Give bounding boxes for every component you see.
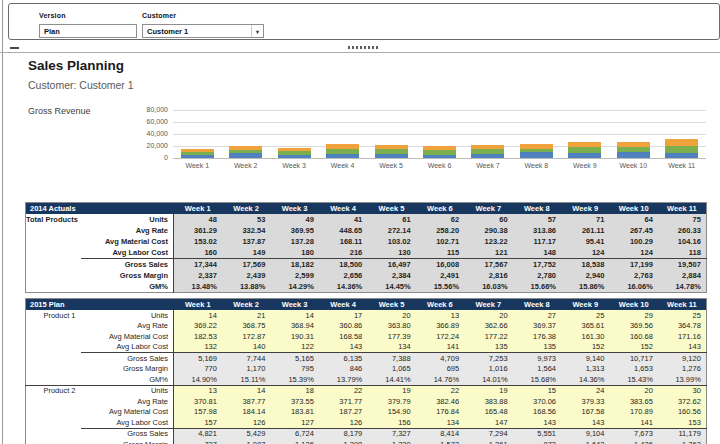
- value-cell[interactable]: 387.77: [222, 396, 270, 407]
- value-cell[interactable]: 147: [464, 417, 512, 428]
- value-cell[interactable]: 20: [464, 310, 512, 321]
- value-cell[interactable]: 141: [416, 342, 464, 353]
- value-cell[interactable]: 190.31: [270, 331, 318, 342]
- value-cell[interactable]: 172.87: [222, 331, 270, 342]
- value-cell[interactable]: 369.37: [513, 321, 561, 332]
- value-cell[interactable]: 176.38: [513, 331, 561, 342]
- value-cell[interactable]: 365.61: [561, 321, 609, 332]
- value-cell[interactable]: 371.77: [319, 396, 367, 407]
- value-cell[interactable]: 132: [174, 342, 222, 353]
- value-cell[interactable]: 382.46: [416, 396, 464, 407]
- value-cell[interactable]: 161.30: [561, 331, 609, 342]
- value-cell[interactable]: 126: [319, 417, 367, 428]
- value-cell[interactable]: 24: [561, 385, 609, 396]
- value-cell[interactable]: 143: [513, 417, 561, 428]
- metric-label: Avg Material Cost: [81, 236, 174, 247]
- value-cell[interactable]: 177.22: [464, 331, 512, 342]
- value-cell[interactable]: 135: [513, 342, 561, 353]
- value-cell[interactable]: 360.86: [319, 321, 367, 332]
- value-cell[interactable]: 157: [174, 417, 222, 428]
- value-cell[interactable]: 25: [561, 310, 609, 321]
- value-cell[interactable]: 19: [367, 385, 415, 396]
- value-cell[interactable]: 20: [609, 385, 657, 396]
- value-cell[interactable]: 152: [609, 342, 657, 353]
- value-cell[interactable]: 370.81: [174, 396, 222, 407]
- pane-splitter-handle[interactable]: [348, 46, 378, 49]
- value-cell[interactable]: 183.81: [270, 407, 318, 418]
- value-cell[interactable]: 14: [174, 310, 222, 321]
- value-cell[interactable]: 27: [513, 310, 561, 321]
- value-cell[interactable]: 154.90: [367, 407, 415, 418]
- value-cell[interactable]: 143: [319, 342, 367, 353]
- value-cell[interactable]: 30: [658, 385, 706, 396]
- splitter-collapse-dash[interactable]: [10, 47, 19, 49]
- value-cell: 121: [464, 247, 512, 259]
- value-cell[interactable]: 370.06: [513, 396, 561, 407]
- value-cell[interactable]: 383.88: [464, 396, 512, 407]
- pane-splitter-line: [0, 52, 720, 53]
- value-cell[interactable]: 140: [222, 342, 270, 353]
- version-input[interactable]: Plan: [39, 24, 137, 38]
- value-cell[interactable]: 364.78: [658, 321, 706, 332]
- value-cell[interactable]: 22: [319, 385, 367, 396]
- value-cell[interactable]: 187.27: [319, 407, 367, 418]
- bar-segment-product-2: [665, 146, 698, 153]
- value-cell[interactable]: 369.56: [609, 321, 657, 332]
- value-cell[interactable]: 383.65: [609, 396, 657, 407]
- value-cell[interactable]: 363.80: [367, 321, 415, 332]
- value-cell[interactable]: 14: [222, 385, 270, 396]
- value-cell[interactable]: 171.16: [658, 331, 706, 342]
- value-cell[interactable]: 368.94: [270, 321, 318, 332]
- value-cell: 137.87: [222, 236, 270, 247]
- value-cell[interactable]: 170.89: [609, 407, 657, 418]
- value-cell[interactable]: 177.39: [367, 331, 415, 342]
- value-cell[interactable]: 19: [464, 385, 512, 396]
- value-cell[interactable]: 184.14: [222, 407, 270, 418]
- value-cell[interactable]: 156: [367, 417, 415, 428]
- value-cell[interactable]: 160.56: [658, 407, 706, 418]
- value-cell[interactable]: 165.48: [464, 407, 512, 418]
- value-cell: 17,567: [464, 259, 512, 271]
- value-cell[interactable]: 152: [561, 342, 609, 353]
- value-cell[interactable]: 143: [561, 417, 609, 428]
- value-cell[interactable]: 157.98: [174, 407, 222, 418]
- value-cell[interactable]: 14: [270, 310, 318, 321]
- value-cell[interactable]: 167.58: [561, 407, 609, 418]
- value-cell[interactable]: 168.58: [319, 331, 367, 342]
- value-cell[interactable]: 134: [367, 342, 415, 353]
- group-label: [26, 321, 81, 332]
- value-cell[interactable]: 160.68: [609, 331, 657, 342]
- value-cell[interactable]: 141: [609, 417, 657, 428]
- value-cell[interactable]: 122: [270, 342, 318, 353]
- value-cell[interactable]: 143: [658, 342, 706, 353]
- value-cell[interactable]: 368.75: [222, 321, 270, 332]
- value-cell[interactable]: 176.84: [416, 407, 464, 418]
- customer-select[interactable]: Customer 1 ▾: [142, 24, 264, 38]
- value-cell[interactable]: 379.33: [561, 396, 609, 407]
- value-cell[interactable]: 22: [416, 385, 464, 396]
- value-cell[interactable]: 172.24: [416, 331, 464, 342]
- value-cell[interactable]: 372.62: [658, 396, 706, 407]
- value-cell[interactable]: 21: [222, 310, 270, 321]
- value-cell[interactable]: 168.56: [513, 407, 561, 418]
- value-cell[interactable]: 134: [416, 417, 464, 428]
- value-cell[interactable]: 135: [464, 342, 512, 353]
- value-cell[interactable]: 366.89: [416, 321, 464, 332]
- value-cell[interactable]: 20: [367, 310, 415, 321]
- value-cell[interactable]: 153: [658, 417, 706, 428]
- value-cell[interactable]: 15: [513, 385, 561, 396]
- value-cell[interactable]: 127: [270, 417, 318, 428]
- value-cell[interactable]: 13: [416, 310, 464, 321]
- value-cell[interactable]: 126: [222, 417, 270, 428]
- value-cell[interactable]: 379.79: [367, 396, 415, 407]
- value-cell[interactable]: 29: [609, 310, 657, 321]
- value-cell[interactable]: 373.55: [270, 396, 318, 407]
- week-header: Week 11: [658, 203, 706, 215]
- value-cell[interactable]: 18: [270, 385, 318, 396]
- value-cell[interactable]: 25: [658, 310, 706, 321]
- value-cell[interactable]: 369.22: [174, 321, 222, 332]
- value-cell[interactable]: 13: [174, 385, 222, 396]
- value-cell[interactable]: 17: [319, 310, 367, 321]
- value-cell[interactable]: 182.53: [174, 331, 222, 342]
- value-cell[interactable]: 362.66: [464, 321, 512, 332]
